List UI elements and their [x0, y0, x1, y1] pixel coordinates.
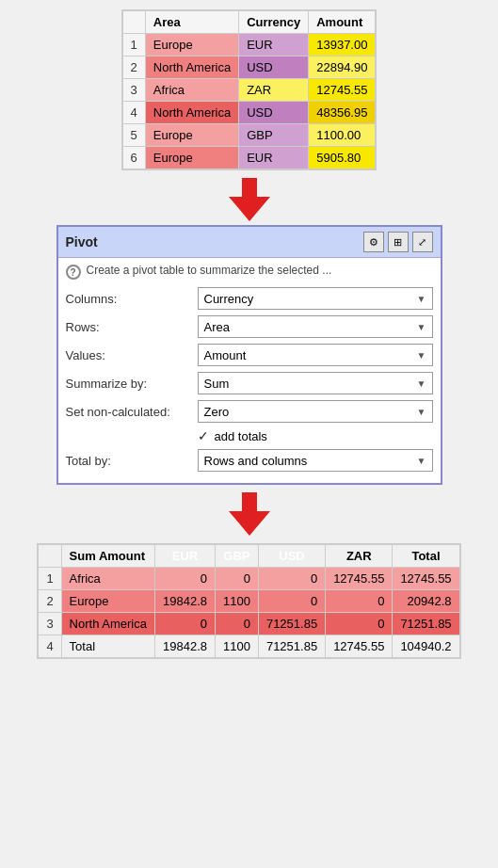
pivot-summarize-label: Summarize by: — [66, 377, 198, 391]
pivot-row-summarize: Summarize by: Sum ▼ — [66, 372, 433, 394]
result-table-wrapper: Sum Amount EUR GBP USD ZAR Total 1 Afric… — [37, 543, 460, 659]
source-row-area: Africa — [145, 79, 238, 102]
result-row-total: 71251.85 — [393, 613, 459, 635]
result-table-row: 2 Europe 19842.8 1100 0 0 20942.8 — [39, 590, 459, 613]
source-row-num: 1 — [122, 34, 145, 56]
arrow-2 — [229, 492, 270, 536]
result-row-usd: 71251.85 — [258, 635, 325, 658]
result-row-zar: 0 — [326, 590, 393, 613]
source-table-row: 1 Europe EUR 13937.00 — [122, 34, 376, 56]
arrow-head-1 — [229, 197, 270, 221]
pivot-title: Pivot — [66, 234, 98, 249]
result-col-sum: Sum Amount — [61, 545, 154, 568]
pivot-checkbox-row: ✓ add totals — [198, 428, 433, 443]
pivot-summarize-dropdown[interactable]: Sum ▼ — [198, 372, 433, 394]
table-icon-btn[interactable]: ⊞ — [388, 232, 409, 252]
source-col-amount: Amount — [309, 11, 376, 34]
result-row-usd: 71251.85 — [258, 613, 325, 635]
result-row-area: Africa — [61, 568, 154, 590]
result-table-row: 4 Total 19842.8 1100 71251.85 12745.55 1… — [39, 635, 459, 658]
result-row-gbp: 1100 — [215, 590, 258, 613]
pivot-panel: Pivot ⚙ ⊞ ⤢ ? Create a pivot table to su… — [56, 225, 442, 485]
result-col-eur: EUR — [154, 545, 215, 568]
pivot-columns-value: Currency — [204, 292, 254, 306]
result-row-eur: 0 — [154, 568, 215, 590]
source-row-currency: EUR — [239, 147, 309, 169]
result-row-eur: 0 — [154, 613, 215, 635]
source-table: Area Currency Amount 1 Europe EUR 13937.… — [122, 10, 377, 169]
result-table-row: 1 Africa 0 0 0 12745.55 12745.55 — [39, 568, 459, 590]
source-row-amount: 5905.80 — [309, 147, 376, 169]
pivot-row-rows: Rows: Area ▼ — [66, 315, 433, 338]
pivot-body: ? Create a pivot table to summarize the … — [58, 258, 441, 483]
result-row-usd: 0 — [258, 590, 325, 613]
settings-icon-btn[interactable]: ⚙ — [363, 232, 384, 252]
source-table-row: 2 North America USD 22894.90 — [122, 56, 376, 79]
source-col-num — [122, 11, 145, 34]
source-row-area: Europe — [145, 34, 238, 56]
source-row-num: 4 — [122, 102, 145, 124]
pivot-values-dropdown[interactable]: Amount ▼ — [198, 344, 433, 366]
arrow-stem-2 — [242, 492, 257, 511]
result-col-total: Total — [393, 545, 459, 568]
pivot-values-arrow: ▼ — [417, 350, 426, 361]
arrow-stem-1 — [242, 178, 257, 197]
add-totals-check[interactable]: ✓ — [198, 428, 209, 443]
source-row-currency: USD — [239, 56, 309, 79]
pivot-noncalc-label: Set non-calculated: — [66, 405, 198, 419]
source-col-currency: Currency — [239, 11, 309, 34]
pivot-columns-dropdown[interactable]: Currency ▼ — [198, 287, 433, 310]
result-row-area: Europe — [61, 590, 154, 613]
pivot-noncalc-value: Zero — [204, 405, 230, 419]
source-row-num: 3 — [122, 79, 145, 102]
pivot-icon-group: ⚙ ⊞ ⤢ — [363, 232, 433, 252]
add-totals-label: add totals — [215, 429, 267, 443]
result-row-eur: 19842.8 — [154, 635, 215, 658]
result-row-total: 20942.8 — [393, 590, 459, 613]
result-row-eur: 19842.8 — [154, 590, 215, 613]
result-row-gbp: 0 — [215, 568, 258, 590]
pivot-info-text: Create a pivot table to summarize the se… — [87, 264, 332, 277]
pivot-rows-label: Rows: — [66, 320, 198, 334]
result-row-total: 104940.2 — [393, 635, 459, 658]
pivot-info: ? Create a pivot table to summarize the … — [66, 264, 433, 280]
pivot-row-noncalc: Set non-calculated: Zero ▼ — [66, 400, 433, 423]
pivot-values-value: Amount — [204, 348, 247, 362]
source-row-area: Europe — [145, 147, 238, 169]
pivot-totalby-dropdown[interactable]: Rows and columns ▼ — [198, 449, 433, 472]
source-table-row: 5 Europe GBP 1100.00 — [122, 124, 376, 147]
expand-icon-btn[interactable]: ⤢ — [412, 232, 433, 252]
pivot-noncalc-dropdown[interactable]: Zero ▼ — [198, 400, 433, 423]
result-col-num — [39, 545, 61, 568]
result-row-zar: 12745.55 — [326, 635, 393, 658]
pivot-row-columns: Columns: Currency ▼ — [66, 287, 433, 310]
pivot-totalby-label: Total by: — [66, 454, 198, 468]
info-icon: ? — [66, 265, 81, 280]
pivot-totalby-value: Rows and columns — [204, 454, 308, 468]
result-row-usd: 0 — [258, 568, 325, 590]
arrow-head-2 — [229, 511, 270, 536]
source-row-num: 2 — [122, 56, 145, 79]
source-row-amount: 13937.00 — [309, 34, 376, 56]
result-row-area: Total — [61, 635, 154, 658]
source-table-row: 4 North America USD 48356.95 — [122, 102, 376, 124]
result-row-area: North America — [61, 613, 154, 635]
source-table-wrapper: Area Currency Amount 1 Europe EUR 13937.… — [121, 9, 378, 170]
source-row-area: Europe — [145, 124, 238, 147]
pivot-rows-dropdown[interactable]: Area ▼ — [198, 315, 433, 338]
pivot-row-totalby: Total by: Rows and columns ▼ — [66, 449, 433, 472]
result-row-gbp: 0 — [215, 613, 258, 635]
pivot-columns-label: Columns: — [66, 292, 198, 306]
pivot-noncalc-arrow: ▼ — [417, 407, 426, 417]
pivot-title-bar: Pivot ⚙ ⊞ ⤢ — [58, 227, 441, 258]
source-table-row: 3 Africa ZAR 12745.55 — [122, 79, 376, 102]
result-row-num: 4 — [39, 635, 61, 658]
source-row-num: 6 — [122, 147, 145, 169]
source-row-amount: 12745.55 — [309, 79, 376, 102]
result-col-gbp: GBP — [215, 545, 258, 568]
source-row-currency: GBP — [239, 124, 309, 147]
arrow-1 — [229, 178, 270, 221]
result-row-zar: 0 — [326, 613, 393, 635]
source-row-amount: 22894.90 — [309, 56, 376, 79]
pivot-rows-value: Area — [204, 320, 230, 334]
